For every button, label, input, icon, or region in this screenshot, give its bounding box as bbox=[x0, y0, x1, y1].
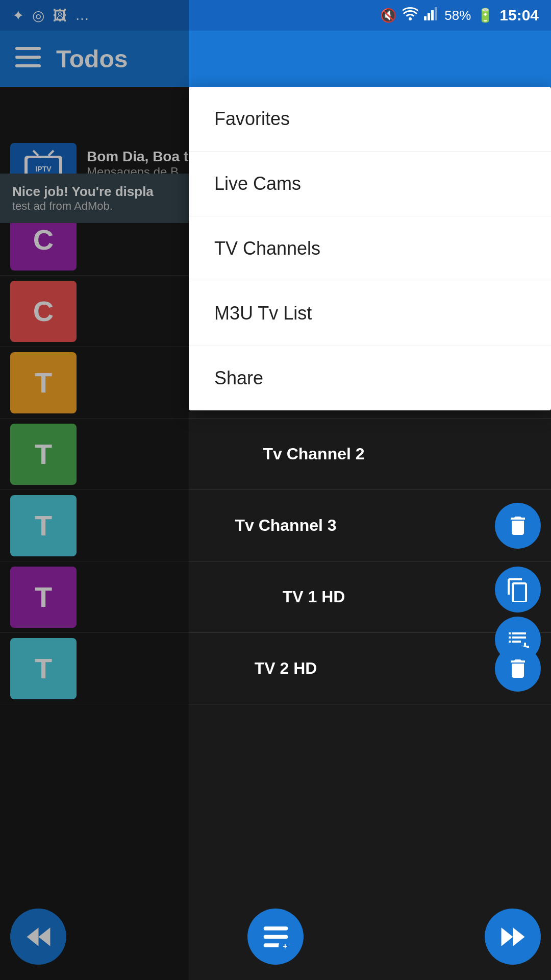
svg-rect-17 bbox=[263, 935, 288, 938]
svg-marker-21 bbox=[501, 927, 513, 946]
status-right-icons: 🔇 58% 🔋 15:04 bbox=[380, 7, 539, 24]
dropdown-menu: Favorites Live Cams TV Channels M3U Tv L… bbox=[189, 87, 551, 410]
dropdown-item-favorites[interactable]: Favorites bbox=[189, 87, 551, 152]
dropdown-item-tvchannels[interactable]: TV Channels bbox=[189, 216, 551, 281]
delete-button-tv2hd[interactable] bbox=[495, 646, 541, 692]
list-button[interactable]: + bbox=[247, 909, 304, 965]
dropdown-overlay[interactable] bbox=[0, 0, 189, 980]
wifi-icon bbox=[403, 7, 418, 24]
next-button[interactable] bbox=[485, 909, 541, 965]
signal-icon bbox=[424, 7, 438, 24]
copy-button-tv1hd[interactable] bbox=[495, 567, 541, 612]
battery-icon: 🔋 bbox=[477, 8, 493, 23]
status-time: 15:04 bbox=[499, 7, 539, 24]
svg-rect-3 bbox=[435, 7, 437, 20]
dropdown-item-livecams[interactable]: Live Cams bbox=[189, 152, 551, 216]
dropdown-item-m3u[interactable]: M3U Tv List bbox=[189, 281, 551, 346]
svg-rect-2 bbox=[431, 10, 434, 20]
battery-percent: 58% bbox=[444, 8, 471, 23]
svg-text:+: + bbox=[283, 941, 288, 950]
svg-rect-1 bbox=[428, 13, 430, 20]
mute-icon: 🔇 bbox=[380, 8, 396, 23]
svg-rect-16 bbox=[263, 926, 288, 930]
dropdown-item-share[interactable]: Share bbox=[189, 346, 551, 410]
svg-rect-0 bbox=[424, 16, 427, 20]
delete-button-tvchannel3[interactable] bbox=[495, 503, 541, 549]
svg-marker-22 bbox=[513, 927, 524, 946]
